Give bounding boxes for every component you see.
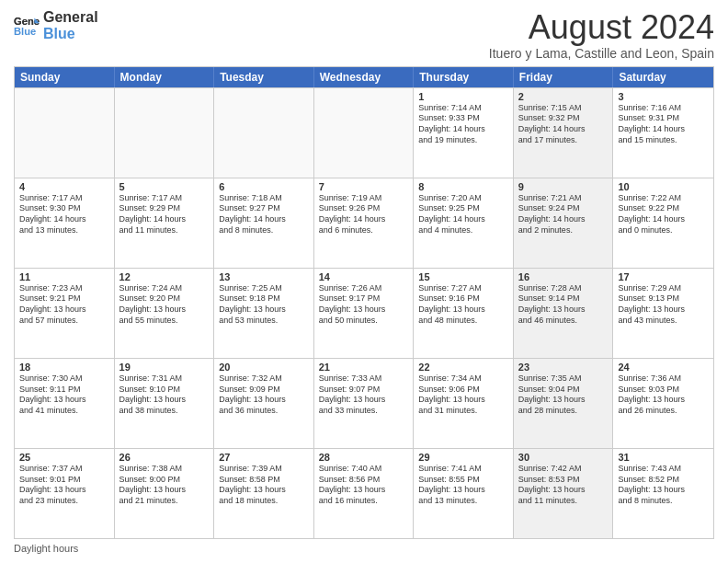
cal-cell: 16Sunrise: 7:28 AM Sunset: 9:14 PM Dayli…	[514, 269, 614, 358]
cal-cell: 5Sunrise: 7:17 AM Sunset: 9:29 PM Daylig…	[115, 178, 215, 268]
day-number: 26	[119, 452, 210, 463]
day-number: 2	[518, 91, 609, 102]
day-info: Sunrise: 7:36 AM Sunset: 9:03 PM Dayligh…	[618, 373, 709, 417]
day-info: Sunrise: 7:38 AM Sunset: 9:00 PM Dayligh…	[119, 464, 210, 507]
day-number: 19	[119, 362, 210, 373]
day-number: 11	[19, 271, 109, 282]
svg-text:Blue: Blue	[14, 25, 36, 36]
day-info: Sunrise: 7:39 AM Sunset: 8:58 PM Dayligh…	[219, 464, 309, 507]
day-info: Sunrise: 7:25 AM Sunset: 9:18 PM Dayligh…	[219, 283, 309, 327]
cal-cell: 31Sunrise: 7:43 AM Sunset: 8:52 PM Dayli…	[613, 449, 713, 538]
calendar-week-2: 4Sunrise: 7:17 AM Sunset: 9:30 PM Daylig…	[15, 178, 713, 268]
day-number: 22	[418, 362, 508, 373]
day-number: 25	[19, 452, 109, 463]
day-number: 28	[319, 452, 409, 463]
cal-cell: 27Sunrise: 7:39 AM Sunset: 8:58 PM Dayli…	[214, 449, 314, 538]
day-header-thursday: Thursday	[414, 67, 514, 87]
day-info: Sunrise: 7:19 AM Sunset: 9:26 PM Dayligh…	[319, 193, 409, 236]
day-number: 6	[219, 181, 309, 192]
cal-cell: 22Sunrise: 7:34 AM Sunset: 9:06 PM Dayli…	[414, 359, 514, 448]
cal-cell: 2Sunrise: 7:15 AM Sunset: 9:32 PM Daylig…	[514, 88, 614, 178]
subtitle: Ituero y Lama, Castille and Leon, Spain	[489, 46, 714, 61]
day-number: 16	[518, 271, 609, 282]
day-info: Sunrise: 7:28 AM Sunset: 9:14 PM Dayligh…	[518, 283, 609, 327]
calendar-header: SundayMondayTuesdayWednesdayThursdayFrid…	[15, 67, 713, 87]
cal-cell: 18Sunrise: 7:30 AM Sunset: 9:11 PM Dayli…	[15, 359, 115, 448]
cal-cell: 1Sunrise: 7:14 AM Sunset: 9:33 PM Daylig…	[414, 88, 514, 178]
day-info: Sunrise: 7:30 AM Sunset: 9:11 PM Dayligh…	[19, 373, 109, 417]
day-info: Sunrise: 7:22 AM Sunset: 9:22 PM Dayligh…	[618, 193, 709, 236]
cal-cell: 20Sunrise: 7:32 AM Sunset: 9:09 PM Dayli…	[214, 359, 314, 448]
calendar-body: 1Sunrise: 7:14 AM Sunset: 9:33 PM Daylig…	[15, 87, 713, 538]
cal-cell: 3Sunrise: 7:16 AM Sunset: 9:31 PM Daylig…	[613, 88, 713, 178]
page: Gene General Blue General Blue August 20…	[0, 0, 728, 563]
cal-cell: 9Sunrise: 7:21 AM Sunset: 9:24 PM Daylig…	[514, 178, 614, 268]
cal-cell: 14Sunrise: 7:26 AM Sunset: 9:17 PM Dayli…	[314, 269, 415, 358]
day-number: 29	[418, 452, 508, 463]
cal-cell: 13Sunrise: 7:25 AM Sunset: 9:18 PM Dayli…	[214, 269, 314, 358]
day-info: Sunrise: 7:29 AM Sunset: 9:13 PM Dayligh…	[618, 283, 709, 327]
day-number: 1	[418, 91, 508, 102]
day-number: 12	[119, 271, 210, 282]
cal-cell: 28Sunrise: 7:40 AM Sunset: 8:56 PM Dayli…	[314, 449, 415, 538]
day-number: 15	[418, 271, 508, 282]
day-number: 3	[618, 91, 709, 102]
logo: Gene General Blue General Blue	[14, 9, 98, 41]
cal-cell	[15, 88, 115, 178]
day-info: Sunrise: 7:33 AM Sunset: 9:07 PM Dayligh…	[319, 373, 409, 417]
day-header-saturday: Saturday	[613, 67, 713, 87]
logo-blue: Blue	[43, 26, 98, 42]
cal-cell: 11Sunrise: 7:23 AM Sunset: 9:21 PM Dayli…	[15, 269, 115, 358]
day-header-friday: Friday	[514, 67, 614, 87]
day-number: 23	[518, 362, 609, 373]
day-info: Sunrise: 7:15 AM Sunset: 9:32 PM Dayligh…	[518, 103, 609, 146]
day-number: 4	[19, 181, 109, 192]
day-number: 7	[319, 181, 409, 192]
day-info: Sunrise: 7:40 AM Sunset: 8:56 PM Dayligh…	[319, 464, 409, 507]
day-info: Sunrise: 7:41 AM Sunset: 8:55 PM Dayligh…	[418, 464, 508, 507]
header: Gene General Blue General Blue August 20…	[14, 9, 714, 61]
footer: Daylight hours	[14, 543, 714, 554]
cal-cell: 4Sunrise: 7:17 AM Sunset: 9:30 PM Daylig…	[15, 178, 115, 268]
day-info: Sunrise: 7:18 AM Sunset: 9:27 PM Dayligh…	[219, 193, 309, 236]
logo-general: General	[43, 9, 98, 26]
day-info: Sunrise: 7:37 AM Sunset: 9:01 PM Dayligh…	[19, 464, 109, 507]
day-info: Sunrise: 7:20 AM Sunset: 9:25 PM Dayligh…	[418, 193, 508, 236]
cal-cell	[214, 88, 314, 178]
cal-cell: 30Sunrise: 7:42 AM Sunset: 8:53 PM Dayli…	[514, 449, 614, 538]
day-info: Sunrise: 7:16 AM Sunset: 9:31 PM Dayligh…	[618, 103, 709, 146]
day-info: Sunrise: 7:31 AM Sunset: 9:10 PM Dayligh…	[119, 373, 210, 417]
cal-cell: 21Sunrise: 7:33 AM Sunset: 9:07 PM Dayli…	[314, 359, 415, 448]
cal-cell: 7Sunrise: 7:19 AM Sunset: 9:26 PM Daylig…	[314, 178, 415, 268]
day-number: 14	[319, 271, 409, 282]
day-number: 10	[618, 181, 709, 192]
day-header-sunday: Sunday	[15, 67, 115, 87]
day-number: 9	[518, 181, 609, 192]
cal-cell: 24Sunrise: 7:36 AM Sunset: 9:03 PM Dayli…	[613, 359, 713, 448]
day-number: 21	[319, 362, 409, 373]
cal-cell: 10Sunrise: 7:22 AM Sunset: 9:22 PM Dayli…	[613, 178, 713, 268]
day-number: 13	[219, 271, 309, 282]
day-info: Sunrise: 7:17 AM Sunset: 9:29 PM Dayligh…	[119, 193, 210, 236]
day-number: 31	[618, 452, 709, 463]
cal-cell: 6Sunrise: 7:18 AM Sunset: 9:27 PM Daylig…	[214, 178, 314, 268]
day-header-tuesday: Tuesday	[214, 67, 314, 87]
day-number: 20	[219, 362, 309, 373]
calendar: SundayMondayTuesdayWednesdayThursdayFrid…	[14, 66, 714, 539]
day-number: 24	[618, 362, 709, 373]
day-info: Sunrise: 7:21 AM Sunset: 9:24 PM Dayligh…	[518, 193, 609, 236]
logo-icon: Gene General Blue	[14, 13, 40, 39]
day-info: Sunrise: 7:42 AM Sunset: 8:53 PM Dayligh…	[518, 464, 609, 507]
cal-cell: 25Sunrise: 7:37 AM Sunset: 9:01 PM Dayli…	[15, 449, 115, 538]
day-number: 8	[418, 181, 508, 192]
day-info: Sunrise: 7:35 AM Sunset: 9:04 PM Dayligh…	[518, 373, 609, 417]
cal-cell: 8Sunrise: 7:20 AM Sunset: 9:25 PM Daylig…	[414, 178, 514, 268]
calendar-week-3: 11Sunrise: 7:23 AM Sunset: 9:21 PM Dayli…	[15, 268, 713, 358]
day-info: Sunrise: 7:24 AM Sunset: 9:20 PM Dayligh…	[119, 283, 210, 327]
cal-cell: 15Sunrise: 7:27 AM Sunset: 9:16 PM Dayli…	[414, 269, 514, 358]
main-title: August 2024	[489, 9, 714, 46]
day-number: 27	[219, 452, 309, 463]
calendar-week-4: 18Sunrise: 7:30 AM Sunset: 9:11 PM Dayli…	[15, 358, 713, 448]
day-info: Sunrise: 7:43 AM Sunset: 8:52 PM Dayligh…	[618, 464, 709, 507]
day-number: 5	[119, 181, 210, 192]
